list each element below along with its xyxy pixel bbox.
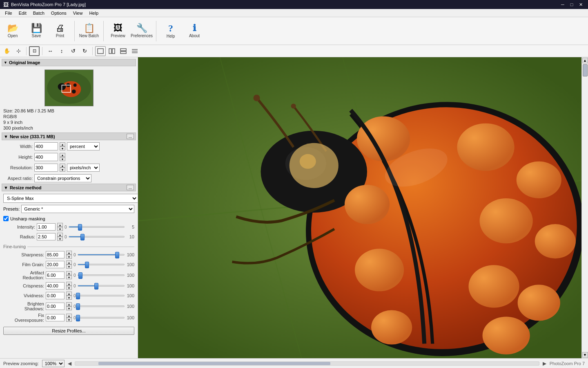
menu-help[interactable]: Help xyxy=(86,10,102,16)
right-panel[interactable]: ▲ ▼ xyxy=(138,57,588,358)
brighten-shadows-down-button[interactable]: ▼ xyxy=(66,306,72,310)
right-scrollbar[interactable]: ▲ ▼ xyxy=(581,57,588,358)
view-split-h-button[interactable] xyxy=(118,46,129,56)
resolution-unit-select[interactable]: pixels/inch pixels/cm xyxy=(67,164,100,172)
menu-options[interactable]: Options xyxy=(48,10,70,16)
rotate-cw-button[interactable]: ↻ xyxy=(79,46,90,56)
new-size-settings-button[interactable]: ... xyxy=(127,134,134,139)
new-size-header[interactable]: ▼ New size (333.71 MB) ... xyxy=(2,132,136,140)
intensity-input[interactable] xyxy=(37,223,56,231)
intensity-slider-thumb[interactable] xyxy=(78,224,82,231)
resize-profiles-button[interactable]: Resize Profiles... xyxy=(3,327,134,335)
sharpness-down-button[interactable]: ▼ xyxy=(66,255,72,259)
artifact-reduction-down-button[interactable]: ▼ xyxy=(66,275,72,279)
crispness-slider-track[interactable] xyxy=(78,285,125,287)
artifact-reduction-slider-track[interactable] xyxy=(78,274,125,276)
fix-overexposure-slider-track[interactable] xyxy=(78,317,125,319)
radius-slider-thumb[interactable] xyxy=(80,234,85,240)
scroll-right-arrow[interactable]: ▶ xyxy=(543,361,546,366)
brighten-shadows-input[interactable] xyxy=(46,303,65,310)
height-down-button[interactable]: ▼ xyxy=(60,157,65,161)
about-button[interactable]: ℹ About xyxy=(183,19,205,43)
scroll-down-button[interactable]: ▼ xyxy=(582,352,588,358)
fix-overexposure-down-button[interactable]: ▼ xyxy=(66,318,72,322)
intensity-slider-track[interactable] xyxy=(69,226,125,228)
sharpness-up-button[interactable]: ▲ xyxy=(66,251,72,255)
help-button[interactable]: ? Help xyxy=(160,19,182,43)
hand-tool-button[interactable]: ✋ xyxy=(2,46,12,56)
view-split-v-button[interactable] xyxy=(107,46,117,56)
resize-method-header[interactable]: ▼ Resize method ... xyxy=(2,184,136,191)
width-input[interactable] xyxy=(34,142,58,150)
scroll-up-button[interactable]: ▲ xyxy=(582,58,588,63)
menu-edit[interactable]: Edit xyxy=(16,10,30,16)
radius-input[interactable] xyxy=(37,233,56,240)
unsharp-masking-checkbox[interactable] xyxy=(3,216,9,221)
artifact-reduction-input[interactable] xyxy=(46,272,65,279)
vividness-down-button[interactable]: ▼ xyxy=(66,296,72,300)
film-grain-slider-thumb[interactable] xyxy=(85,262,89,268)
brighten-shadows-slider-track[interactable] xyxy=(78,305,125,307)
menu-batch[interactable]: Batch xyxy=(30,10,48,16)
close-button[interactable]: ✕ xyxy=(577,1,585,8)
rotate-ccw-button[interactable]: ↺ xyxy=(68,46,78,56)
vividness-input[interactable] xyxy=(46,292,65,299)
intensity-up-button[interactable]: ▲ xyxy=(57,223,63,227)
artifact-reduction-slider-thumb[interactable] xyxy=(78,272,82,279)
radius-down-button[interactable]: ▼ xyxy=(57,237,63,241)
intensity-down-button[interactable]: ▼ xyxy=(57,227,63,231)
open-button[interactable]: 📂 Open xyxy=(2,19,24,43)
size-unit-select[interactable]: percent pixels inches cm mm xyxy=(67,142,100,150)
radius-slider-track[interactable] xyxy=(69,236,125,238)
crispness-down-button[interactable]: ▼ xyxy=(66,286,72,290)
presets-select[interactable]: Generic * Generic Portrait Landscape xyxy=(21,205,134,213)
original-image-header[interactable]: ▼ Original Image xyxy=(2,59,136,66)
resize-method-settings-button[interactable]: ... xyxy=(127,185,134,190)
fix-overexposure-input[interactable] xyxy=(46,314,65,321)
film-grain-down-button[interactable]: ▼ xyxy=(66,265,72,269)
height-input[interactable] xyxy=(34,153,58,161)
aspect-ratio-select[interactable]: Constrain proportions Free Custom xyxy=(34,174,91,182)
crop-tool-button[interactable]: ⊡ xyxy=(29,46,40,56)
fix-overexposure-up-button[interactable]: ▲ xyxy=(66,314,72,318)
resolution-up-button[interactable]: ▲ xyxy=(60,164,65,168)
menu-view[interactable]: View xyxy=(70,10,86,16)
resize-method-select[interactable]: S-Spline Max S-Spline XL S-Spline Lanczo… xyxy=(3,194,138,203)
preferences-button[interactable]: 🔧 Preferences xyxy=(131,19,153,43)
sharpness-slider-track[interactable] xyxy=(78,254,125,256)
scroll-thumb[interactable] xyxy=(583,64,588,76)
width-up-button[interactable]: ▲ xyxy=(60,142,65,146)
crispness-input[interactable] xyxy=(46,282,65,289)
vividness-slider-track[interactable] xyxy=(78,295,125,296)
crispness-up-button[interactable]: ▲ xyxy=(66,282,72,286)
preview-button[interactable]: 🖼 Preview xyxy=(107,19,129,43)
scroll-left-arrow[interactable]: ◀ xyxy=(68,361,71,366)
vividness-slider-thumb[interactable] xyxy=(76,293,80,299)
resolution-input[interactable] xyxy=(34,164,58,172)
horizontal-scrollbar[interactable] xyxy=(75,361,539,366)
flip-h-button[interactable]: ↔ xyxy=(45,46,56,56)
brighten-shadows-up-button[interactable]: ▲ xyxy=(66,302,72,306)
print-button[interactable]: 🖨 Print xyxy=(49,19,71,43)
scroll-bar-thumb[interactable] xyxy=(98,362,330,365)
menu-file[interactable]: File xyxy=(2,10,16,16)
resolution-down-button[interactable]: ▼ xyxy=(60,168,65,172)
radius-up-button[interactable]: ▲ xyxy=(57,233,63,237)
width-down-button[interactable]: ▼ xyxy=(60,146,65,150)
zoom-select[interactable]: 100% 25% 50% 75% 150% 200% xyxy=(42,360,65,367)
vividness-up-button[interactable]: ▲ xyxy=(66,292,72,296)
minimize-button[interactable]: ─ xyxy=(559,1,567,8)
crispness-slider-thumb[interactable] xyxy=(94,283,98,289)
film-grain-input[interactable] xyxy=(46,261,65,268)
fix-overexposure-slider-thumb[interactable] xyxy=(76,315,80,321)
sharpness-slider-thumb[interactable] xyxy=(115,252,119,258)
maximize-button[interactable]: □ xyxy=(568,1,576,8)
film-grain-slider-track[interactable] xyxy=(78,264,125,265)
film-grain-up-button[interactable]: ▲ xyxy=(66,260,72,265)
sharpness-input[interactable] xyxy=(46,251,65,258)
flip-v-button[interactable]: ↕ xyxy=(56,46,67,56)
brighten-shadows-slider-thumb[interactable] xyxy=(76,303,80,310)
view-normal-button[interactable] xyxy=(95,46,106,56)
height-up-button[interactable]: ▲ xyxy=(60,153,65,157)
save-button[interactable]: 💾 Save xyxy=(25,19,47,43)
